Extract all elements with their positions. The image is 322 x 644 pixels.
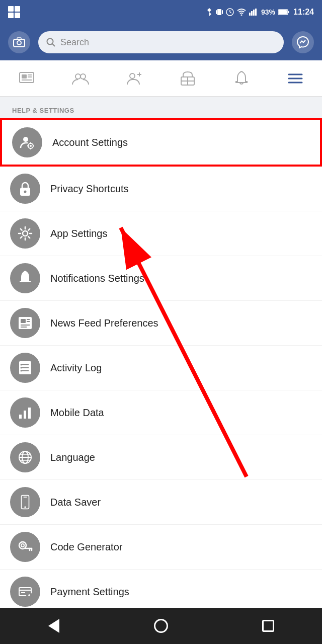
svg-line-18 <box>52 44 55 46</box>
mobile-data-label: Mobile Data <box>50 407 104 419</box>
groups-icon <box>71 71 90 86</box>
svg-rect-42 <box>20 188 30 196</box>
svg-point-61 <box>19 451 31 463</box>
clock-icon <box>226 8 234 16</box>
data-saver-item[interactable]: Data Saver <box>0 480 322 525</box>
svg-rect-60 <box>28 408 31 419</box>
svg-rect-45 <box>19 317 32 329</box>
nav-menu[interactable] <box>275 60 315 97</box>
search-icon <box>46 38 55 47</box>
svg-point-24 <box>75 74 80 79</box>
battery-percentage: 93% <box>261 8 275 16</box>
data-saver-label: Data Saver <box>50 497 101 508</box>
app-settings-item[interactable]: App Settings <box>0 211 322 256</box>
lock-icon <box>18 181 32 197</box>
nav-friends[interactable] <box>114 60 154 97</box>
settings-menu-list: Account Settings Privacy Shortcuts Ap <box>0 118 322 614</box>
svg-point-17 <box>47 39 53 45</box>
news-feed-pref-icon <box>18 316 33 330</box>
svg-point-26 <box>130 73 135 78</box>
key-icon <box>18 539 33 554</box>
recents-button[interactable] <box>248 611 288 641</box>
svg-rect-46 <box>21 319 26 323</box>
svg-point-55 <box>21 364 22 366</box>
svg-rect-1 <box>216 10 217 14</box>
svg-point-70 <box>21 544 24 547</box>
search-input-container[interactable]: Search <box>38 31 284 53</box>
activity-log-item[interactable]: Activity Log <box>0 346 322 390</box>
svg-rect-0 <box>217 9 221 15</box>
phone-icon <box>20 495 31 510</box>
payment-icon-circle <box>10 577 40 607</box>
svg-point-35 <box>23 137 28 142</box>
news-feed-icon-circle <box>10 308 40 338</box>
language-label: Language <box>50 452 95 463</box>
globe-icon <box>18 450 33 465</box>
recents-icon <box>262 620 274 632</box>
gear-icon <box>18 226 33 241</box>
activity-log-icon-circle <box>10 353 40 383</box>
person-gear-icon <box>20 135 35 150</box>
svg-rect-20 <box>22 74 27 78</box>
status-bar: 93% 11:24 <box>0 0 322 24</box>
payment-settings-item[interactable]: Payment Settings <box>0 570 322 614</box>
news-feed-icon <box>19 71 35 86</box>
search-placeholder: Search <box>60 37 89 48</box>
code-gen-icon-circle <box>10 532 40 562</box>
payment-icon <box>18 585 32 599</box>
svg-point-67 <box>24 506 26 508</box>
svg-point-37 <box>30 145 32 147</box>
nav-marketplace[interactable] <box>168 60 208 97</box>
language-icon-circle <box>10 442 40 472</box>
account-settings-item[interactable]: Account Settings <box>0 118 322 167</box>
nav-notifications[interactable] <box>221 60 262 97</box>
bottom-navigation <box>0 608 322 644</box>
notifications-icon <box>235 70 248 87</box>
mobile-data-icon-circle <box>10 397 40 428</box>
svg-rect-51 <box>19 361 31 374</box>
app-grid-icon <box>8 6 20 18</box>
svg-rect-58 <box>19 415 22 419</box>
svg-point-62 <box>22 451 28 463</box>
privacy-shortcuts-item[interactable]: Privacy Shortcuts <box>0 167 322 211</box>
news-feed-prefs-item[interactable]: News Feed Preferences <box>0 301 322 346</box>
svg-rect-66 <box>22 496 29 509</box>
svg-rect-2 <box>222 10 223 14</box>
svg-rect-8 <box>251 11 253 16</box>
svg-rect-10 <box>255 9 257 16</box>
time-display: 11:24 <box>293 8 314 17</box>
svg-point-36 <box>28 143 33 148</box>
hamburger-icon <box>288 72 303 85</box>
svg-line-5 <box>230 12 231 13</box>
back-icon <box>48 619 59 633</box>
code-generator-label: Code Generator <box>50 541 122 553</box>
notifications-settings-item[interactable]: Notifications Settings <box>0 256 322 301</box>
language-item[interactable]: Language <box>0 435 322 480</box>
svg-rect-7 <box>249 13 251 16</box>
marketplace-icon <box>180 71 195 86</box>
nav-news-feed[interactable] <box>7 60 47 97</box>
code-generator-item[interactable]: Code Generator <box>0 525 322 570</box>
account-settings-icon-circle <box>12 127 42 157</box>
data-saver-icon-circle <box>10 487 40 517</box>
section-header: HELP & SETTINGS <box>0 97 322 118</box>
svg-point-25 <box>80 74 86 79</box>
vibrate-icon <box>216 8 223 17</box>
privacy-icon-circle <box>10 174 40 204</box>
annotation-arrow <box>0 118 322 614</box>
messenger-button[interactable] <box>292 31 314 53</box>
home-button[interactable] <box>141 611 181 641</box>
nav-groups[interactable] <box>60 60 101 97</box>
payment-settings-label: Payment Settings <box>50 586 129 598</box>
svg-point-69 <box>19 542 26 549</box>
home-icon <box>154 619 168 633</box>
camera-button[interactable] <box>8 31 30 53</box>
account-settings-label: Account Settings <box>52 137 128 148</box>
svg-point-56 <box>21 367 22 369</box>
mobile-data-item[interactable]: Mobile Data <box>0 390 322 435</box>
main-nav-bar <box>0 60 322 97</box>
notifications-settings-label: Notifications Settings <box>50 273 144 284</box>
news-feed-prefs-label: News Feed Preferences <box>50 317 158 329</box>
status-bar-left <box>8 6 20 18</box>
back-button[interactable] <box>34 611 74 641</box>
